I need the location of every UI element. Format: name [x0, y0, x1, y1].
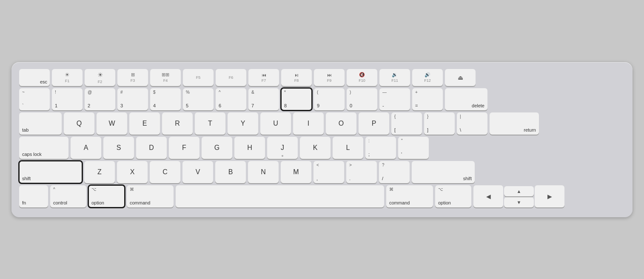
key-f5[interactable]: F5	[183, 69, 214, 86]
key-x[interactable]: X	[117, 161, 148, 183]
key-s[interactable]: S	[103, 137, 134, 159]
key-v[interactable]: V	[182, 161, 213, 183]
key-comma[interactable]: < ,	[313, 161, 344, 183]
key-f2[interactable]: ☀ F2	[85, 69, 115, 86]
key-equals[interactable]: + =	[412, 88, 443, 110]
key-e[interactable]: E	[129, 112, 160, 135]
key-m[interactable]: M	[281, 161, 311, 183]
key-j[interactable]: J	[267, 137, 298, 159]
key-c[interactable]: C	[150, 161, 180, 183]
key-w[interactable]: W	[97, 112, 127, 135]
asdf-row: caps lock A S D F G H J K L :	[19, 137, 625, 159]
key-h[interactable]: H	[234, 137, 265, 159]
key-3[interactable]: # 3	[117, 88, 148, 110]
key-backslash[interactable]: | \	[457, 112, 487, 135]
key-b[interactable]: B	[215, 161, 246, 183]
key-tilde[interactable]: ~ `	[19, 88, 50, 110]
keyboard: esc ☀ F1 ☀ F2 ⊞ F3 ⊞⊞ F4 F5 F6	[11, 62, 633, 217]
key-t[interactable]: T	[195, 112, 225, 135]
key-g[interactable]: G	[202, 137, 232, 159]
key-lbracket[interactable]: { [	[391, 112, 422, 135]
key-esc[interactable]: esc	[19, 69, 50, 86]
key-semicolon[interactable]: : ;	[365, 137, 396, 159]
key-5[interactable]: % 5	[183, 88, 214, 110]
key-minus[interactable]: — -	[379, 88, 410, 110]
key-f8[interactable]: ⏯ F8	[281, 69, 312, 86]
zxcv-row: shift Z X C V B N M < , > .	[19, 161, 625, 183]
key-f[interactable]: F	[169, 137, 199, 159]
number-row: ~ ` ! 1 @ 2 # 3 $ 4 % 5 ^ 6 & 7	[19, 88, 625, 110]
key-q[interactable]: Q	[64, 112, 94, 135]
key-f7[interactable]: ⏮ F7	[248, 69, 279, 86]
key-i[interactable]: I	[293, 112, 324, 135]
key-f4[interactable]: ⊞⊞ F4	[150, 69, 181, 86]
key-2[interactable]: @ 2	[85, 88, 115, 110]
bottom-row: fn ^ control ⌥ option ⌘ command ⌘ comman…	[19, 185, 625, 207]
key-n[interactable]: N	[248, 161, 279, 183]
key-slash[interactable]: ? /	[379, 161, 410, 183]
key-f6[interactable]: F6	[216, 69, 246, 86]
key-command-left[interactable]: ⌘ command	[127, 185, 174, 207]
key-arrow-right[interactable]: ▶	[535, 185, 564, 207]
key-4[interactable]: $ 4	[150, 88, 181, 110]
key-fn[interactable]: fn	[19, 185, 48, 207]
arrow-cluster: ◀ ▲ ▼ ▶	[473, 185, 564, 207]
key-1[interactable]: ! 1	[52, 88, 83, 110]
fn-row: esc ☀ F1 ☀ F2 ⊞ F3 ⊞⊞ F4 F5 F6	[19, 69, 625, 86]
qwerty-row: tab Q W E R T Y U I O P	[19, 112, 625, 135]
key-o[interactable]: O	[326, 112, 356, 135]
key-control[interactable]: ^ control	[50, 185, 86, 207]
key-f10[interactable]: 🔇 F10	[347, 69, 377, 86]
key-space[interactable]	[176, 185, 384, 207]
key-0[interactable]: ) 0	[347, 88, 377, 110]
key-delete[interactable]: delete	[445, 88, 487, 110]
key-period[interactable]: > .	[346, 161, 377, 183]
key-option-left[interactable]: ⌥ option	[88, 185, 125, 207]
key-a[interactable]: A	[71, 137, 101, 159]
key-tab[interactable]: tab	[19, 112, 62, 135]
key-shift-right[interactable]: shift	[412, 161, 475, 183]
key-command-right[interactable]: ⌘ command	[386, 185, 433, 207]
key-8[interactable]: * 8	[281, 88, 312, 110]
key-r[interactable]: R	[162, 112, 193, 135]
key-z[interactable]: Z	[84, 161, 115, 183]
key-d[interactable]: D	[136, 137, 167, 159]
key-7[interactable]: & 7	[248, 88, 279, 110]
key-f3[interactable]: ⊞ F3	[117, 69, 148, 86]
key-f9[interactable]: ⏭ F9	[314, 69, 345, 86]
key-return[interactable]: return	[490, 112, 539, 135]
key-rbracket[interactable]: } ]	[424, 112, 455, 135]
key-eject[interactable]: ⏏	[445, 69, 476, 86]
key-arrow-left[interactable]: ◀	[473, 185, 503, 207]
key-quote[interactable]: " '	[398, 137, 429, 159]
key-caps-lock[interactable]: caps lock	[19, 137, 68, 159]
key-arrow-down[interactable]: ▼	[504, 197, 534, 207]
key-u[interactable]: U	[260, 112, 291, 135]
key-p[interactable]: P	[359, 112, 389, 135]
key-f11[interactable]: 🔉 F11	[379, 69, 410, 86]
key-f1[interactable]: ☀ F1	[52, 69, 83, 86]
key-f12[interactable]: 🔊 F12	[412, 69, 443, 86]
key-shift-left[interactable]: shift	[19, 161, 82, 183]
key-k[interactable]: K	[300, 137, 331, 159]
arrow-updown: ▲ ▼	[504, 186, 534, 207]
key-option-right[interactable]: ⌥ option	[435, 185, 471, 207]
key-y[interactable]: Y	[228, 112, 258, 135]
key-6[interactable]: ^ 6	[216, 88, 246, 110]
key-l[interactable]: L	[333, 137, 363, 159]
key-arrow-up[interactable]: ▲	[504, 186, 534, 196]
key-9[interactable]: ( 9	[314, 88, 345, 110]
